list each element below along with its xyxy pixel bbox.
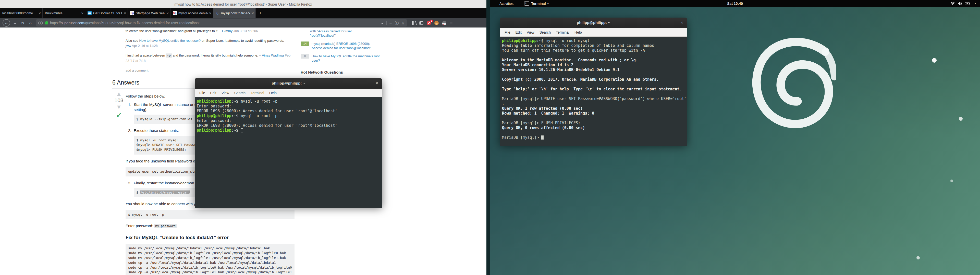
bookmark-star-icon[interactable]: ☆	[401, 21, 405, 25]
comment-date: Jun 3 '13 at 8:06	[234, 29, 258, 33]
url-input[interactable]: i https://superuser.com/questions/603026…	[36, 19, 407, 27]
tab-label: Get Docker CE for Ubuntu	[93, 11, 123, 15]
tab-close-icon[interactable]: ×	[124, 11, 126, 15]
docker-favicon	[88, 11, 92, 15]
terminal-titlebar[interactable]: philipp@philipp: ~ ×	[195, 78, 382, 89]
tab-close-icon[interactable]: ×	[38, 11, 41, 15]
adblocker-badge: 3	[430, 20, 433, 23]
terminal-cursor	[541, 136, 544, 139]
terminal-menu-item[interactable]: Edit	[513, 30, 524, 34]
comment-link[interactable]: How to have MySQL entitle the root user?	[139, 39, 200, 43]
comment-author-link[interactable]: Gimmy	[222, 29, 232, 33]
terminal-window-right[interactable]: philipp@philipp: ~ × FileEditViewSearchT…	[500, 17, 687, 144]
terminal-line: Server version: 10.1.26-MariaDB-0+deb9u1…	[502, 68, 687, 72]
add-comment-link[interactable]: add a comment	[126, 68, 293, 72]
tab-label: localhost:8000/home	[2, 11, 37, 15]
linked-question-link[interactable]: mysql (mariadb) ERROR 1698 (28000): Acce…	[312, 41, 380, 50]
tab-docker[interactable]: Get Docker CE for Ubuntu ×	[85, 8, 128, 18]
terminal-titlebar[interactable]: philipp@philipp: ~ ×	[500, 17, 687, 28]
page-info-icon[interactable]: i	[38, 21, 43, 25]
focused-app-menu[interactable]: >_ Terminal ▾	[524, 1, 549, 6]
page-sidebar: with "Access denied for user 'root'@'loc…	[301, 27, 380, 82]
tab-close-icon[interactable]: ×	[209, 11, 211, 15]
wallpaper-wave	[490, 133, 980, 275]
tab-label: Startpage Web Search	[136, 11, 165, 15]
terminal-menu-item[interactable]: Terminal	[248, 91, 267, 95]
back-button[interactable]: ←	[3, 19, 10, 27]
tab-close-icon[interactable]: ×	[166, 11, 169, 15]
tab-bruckmuehle[interactable]: Bruckmühle ×	[43, 8, 85, 18]
tampermonkey-icon[interactable]	[434, 21, 439, 25]
library-icon[interactable]	[412, 21, 416, 25]
page-actions-icon[interactable]: •••	[389, 21, 393, 24]
terminal-menu-item[interactable]: File	[502, 30, 513, 34]
new-tab-button[interactable]: +	[256, 10, 265, 16]
terminal-line: Enter password:	[197, 119, 382, 123]
home-button[interactable]: ⌂	[27, 21, 34, 25]
comment: to create the user 'root'@'localhost' an…	[126, 27, 293, 36]
linked-question-link[interactable]: How to have MySQL entitle the machine's …	[312, 54, 380, 63]
terminal-output[interactable]: philipp@philipp:~$ mysql -u root -pEnter…	[195, 97, 382, 208]
terminal-line: ;	[502, 101, 687, 106]
sidebar-toggle-icon[interactable]	[419, 21, 423, 25]
terminal-menu-item[interactable]: View	[219, 91, 232, 95]
terminal-line: Query OK, 1 row affected (0.00 sec)	[502, 106, 687, 111]
accepted-check-icon: ✓	[112, 111, 126, 119]
activities-button[interactable]: Activities	[500, 2, 514, 6]
terminal-menu-item[interactable]: View	[524, 30, 537, 34]
comment-author-link[interactable]: Vinay Wadhwa	[262, 54, 284, 57]
terminal-menu-item[interactable]: File	[197, 91, 208, 95]
tab-close-icon[interactable]: ×	[81, 11, 83, 15]
wallpaper-dot	[916, 256, 920, 259]
terminal-menu-item[interactable]: Help	[267, 91, 279, 95]
clock[interactable]: Sat 10:40	[727, 2, 743, 6]
terminal-menu-item[interactable]: Help	[572, 30, 584, 34]
tab-label: Bruckmühle	[45, 11, 80, 15]
wifi-icon	[950, 2, 955, 6]
forward-button[interactable]: →	[11, 21, 19, 25]
terminal-line	[502, 72, 687, 77]
wallpaper-dot	[932, 58, 937, 63]
tab-mysql-access-denied[interactable]: Sp mysql access denied for u ×	[170, 8, 213, 18]
tab-close-icon[interactable]: ×	[251, 11, 254, 15]
reader-mode-icon[interactable]	[381, 21, 384, 25]
system-tray[interactable]: ▾	[950, 2, 976, 6]
terminal-window-left[interactable]: philipp@philipp: ~ × FileEditViewSearchT…	[195, 78, 382, 206]
pocket-icon[interactable]: ∨	[395, 21, 399, 25]
terminal-menu-item[interactable]: Search	[232, 91, 248, 95]
selected-text: /etc/init.d/mysql restart	[140, 190, 190, 194]
downvote-arrow[interactable]: ▼	[112, 104, 126, 110]
menu-hamburger-icon[interactable]: ≡	[450, 21, 453, 25]
terminal-line: Reading table information for completion…	[502, 43, 687, 48]
comment: Also see How to have MySQL entitle the r…	[126, 36, 293, 51]
terminal-line: Enter password:	[197, 104, 382, 109]
app-menu-label: Terminal	[531, 2, 546, 6]
terminal-menu-item[interactable]: Edit	[208, 91, 219, 95]
terminal-output[interactable]: philipp@philipp:~$ mysql -u root mysqlRe…	[500, 37, 687, 146]
terminal-line: philipp@philipp:~$ mysql -u root -p	[197, 114, 382, 119]
terminal-line: Rows matched: 1 Changed: 1 Warnings: 0	[502, 111, 687, 116]
firefox-titlebar[interactable]: mysql how to fix Access denied for user …	[0, 0, 487, 8]
privacy-badger-icon[interactable]	[442, 21, 446, 25]
comment-author-link[interactable]: jww	[126, 44, 131, 47]
linked-question[interactable]: 14 mysql (mariadb) ERROR 1698 (28000): A…	[301, 41, 380, 50]
terminal-line: Type 'help;' or '\h' for help. Type '\c'…	[502, 87, 687, 92]
https-padlock-icon[interactable]	[45, 22, 48, 24]
terminal-menu-item[interactable]: Search	[537, 30, 553, 34]
tab-label: mysql access denied for u	[178, 11, 208, 15]
tab-localhost-home[interactable]: localhost:8000/home ×	[0, 8, 43, 18]
adblocker-icon[interactable]: 3	[427, 21, 431, 25]
startpage-favicon: Sp	[173, 11, 177, 15]
linked-question-partial[interactable]: with "Access denied for user 'root'@'loc…	[310, 29, 380, 38]
inline-code: my_password	[154, 224, 177, 228]
wallpaper-dot	[959, 117, 963, 121]
reload-button[interactable]: ↻	[19, 21, 27, 25]
wallpaper-dot	[950, 180, 953, 182]
close-icon[interactable]: ×	[681, 17, 683, 28]
tab-mysql-how-to-fix-active[interactable]: {} mysql how to fix Access d ×	[213, 8, 256, 18]
tab-startpage[interactable]: Sp Startpage Web Search ×	[128, 8, 170, 18]
close-icon[interactable]: ×	[375, 78, 378, 89]
terminal-menu-item[interactable]: Terminal	[553, 30, 572, 34]
linked-question[interactable]: 0 How to have MySQL entitle the machine'…	[301, 54, 380, 63]
upvote-arrow[interactable]: ▲	[112, 91, 126, 96]
